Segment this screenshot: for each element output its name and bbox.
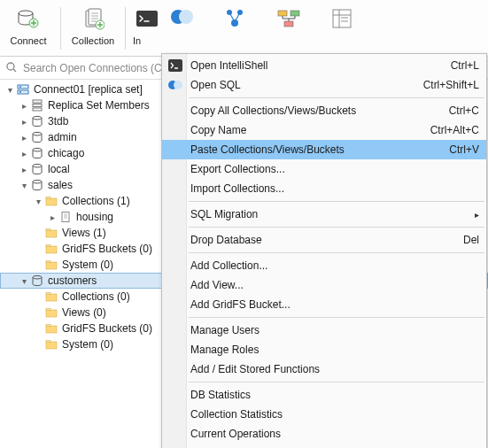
toggle-icon xyxy=(162,75,189,95)
toolbar-form-button[interactable] xyxy=(315,4,368,30)
svg-rect-44 xyxy=(46,326,57,333)
svg-rect-40 xyxy=(46,294,57,301)
menu-shortcut: Del xyxy=(463,234,479,246)
folder-icon xyxy=(44,242,58,256)
menu-add-view[interactable]: Add View... xyxy=(162,275,486,295)
menu-separator xyxy=(189,252,484,253)
svg-point-17 xyxy=(7,63,14,70)
svg-rect-48 xyxy=(168,59,182,72)
document-icon xyxy=(58,210,73,224)
intellishell-button[interactable]: In xyxy=(129,4,156,53)
menu-manage-users[interactable]: Manage Users xyxy=(162,321,486,340)
svg-point-27 xyxy=(33,148,42,151)
menu-import-collections[interactable]: Import Collections... xyxy=(162,179,486,198)
database-icon xyxy=(30,130,44,144)
svg-rect-38 xyxy=(46,261,50,263)
svg-point-9 xyxy=(237,10,243,15)
tree-label: System (0) xyxy=(62,338,113,351)
submenu-arrow-icon: ▸ xyxy=(470,210,479,220)
tree-label: Views (1) xyxy=(62,227,106,239)
menu-paste[interactable]: Paste Collections/Views/Buckets Ctrl+V xyxy=(162,140,486,159)
menu-label: Open SQL xyxy=(189,79,423,91)
menu-open-intellishell[interactable]: Open IntelliShell Ctrl+L xyxy=(162,56,486,75)
svg-point-0 xyxy=(19,11,33,16)
menu-label: Current Operations xyxy=(189,428,479,440)
collection-icon xyxy=(79,5,107,34)
collection-label: Collection xyxy=(72,35,114,46)
menu-separator xyxy=(189,317,484,318)
database-icon xyxy=(30,274,44,288)
menu-current-operations[interactable]: Current Operations xyxy=(162,424,486,444)
connect-label: Connect xyxy=(11,35,47,46)
svg-point-20 xyxy=(19,86,21,88)
menu-sql-migration[interactable]: SQL Migration ▸ xyxy=(162,205,486,224)
folder-icon xyxy=(44,337,58,351)
svg-rect-41 xyxy=(46,293,50,295)
replica-icon xyxy=(30,98,44,112)
folder-icon xyxy=(44,290,58,304)
toggle-icon xyxy=(169,7,196,27)
svg-point-26 xyxy=(33,132,42,135)
menu-stored-functions[interactable]: Add / Edit Stored Functions xyxy=(162,359,486,379)
svg-rect-45 xyxy=(46,325,50,327)
svg-point-8 xyxy=(227,10,232,15)
tree-label: Collections (0) xyxy=(62,290,130,303)
toolbar-toggle-button[interactable] xyxy=(156,4,209,27)
menu-add-gridfs-bucket[interactable]: Add GridFS Bucket... xyxy=(162,295,486,314)
menu-open-sql[interactable]: Open SQL Ctrl+Shift+L xyxy=(162,75,486,95)
menu-label: Copy All Collections/Views/Buckets xyxy=(189,104,449,117)
tree-label: sales xyxy=(48,179,73,191)
menu-server-info[interactable]: Server Info ▸ xyxy=(162,444,486,448)
menu-label: Add / Edit Stored Functions xyxy=(189,363,479,375)
menu-label: Add View... xyxy=(189,279,479,291)
menu-label: Import Collections... xyxy=(189,182,479,195)
tree-label: GridFS Buckets (0) xyxy=(62,322,152,335)
search-icon xyxy=(5,61,19,75)
menu-copy-name[interactable]: Copy Name Ctrl+Alt+C xyxy=(162,120,486,140)
svg-rect-42 xyxy=(46,310,57,317)
chevron-right-icon: ▸ xyxy=(18,131,30,143)
menu-label: Collection Statistics xyxy=(189,408,479,421)
toolbar-aggregate-button[interactable] xyxy=(209,4,262,30)
svg-rect-15 xyxy=(341,17,348,19)
menu-drop-database[interactable]: Drop Database Del xyxy=(162,230,486,250)
menu-shortcut: Ctrl+Alt+C xyxy=(430,124,479,136)
chevron-down-icon: ▾ xyxy=(18,274,30,287)
database-icon xyxy=(30,146,44,160)
folder-icon xyxy=(44,226,58,240)
menu-copy-all[interactable]: Copy All Collections/Views/Buckets Ctrl+… xyxy=(162,101,486,120)
svg-point-10 xyxy=(231,19,238,27)
menu-label: Drop Database xyxy=(189,234,463,246)
svg-rect-31 xyxy=(46,197,50,199)
aggregate-icon xyxy=(222,7,249,30)
chevron-right-icon: ▸ xyxy=(18,163,30,175)
tree-label: customers xyxy=(48,274,97,287)
tree-label: System (0) xyxy=(62,259,113,271)
menu-label: DB Statistics xyxy=(189,389,479,401)
menu-separator xyxy=(189,382,484,382)
svg-rect-19 xyxy=(18,90,28,94)
menu-label: Add Collection... xyxy=(189,259,479,272)
server-icon xyxy=(16,82,30,97)
collection-button[interactable]: Collection xyxy=(65,4,121,53)
svg-rect-32 xyxy=(62,212,69,222)
schema-icon xyxy=(275,7,302,30)
menu-export-collections[interactable]: Export Collections... xyxy=(162,159,486,179)
tree-label: Collections (1) xyxy=(62,195,130,207)
toolbar-schema-button[interactable] xyxy=(262,4,315,30)
tree-label: Views (0) xyxy=(62,306,106,319)
menu-collection-statistics[interactable]: Collection Statistics xyxy=(162,405,486,424)
menu-db-statistics[interactable]: DB Statistics xyxy=(162,385,486,405)
menu-shortcut: Ctrl+V xyxy=(449,143,479,156)
menu-shortcut: Ctrl+C xyxy=(449,104,479,117)
chevron-down-icon: ▾ xyxy=(32,195,44,207)
menu-add-collection[interactable]: Add Collection... xyxy=(162,256,486,275)
connect-button[interactable]: Connect xyxy=(0,4,57,53)
svg-rect-37 xyxy=(46,262,57,269)
folder-icon xyxy=(44,258,58,272)
svg-point-25 xyxy=(33,116,42,120)
menu-label: Export Collections... xyxy=(189,163,479,175)
tree-label: admin xyxy=(48,131,77,143)
menu-manage-roles[interactable]: Manage Roles xyxy=(162,340,486,359)
menu-separator xyxy=(189,97,484,98)
